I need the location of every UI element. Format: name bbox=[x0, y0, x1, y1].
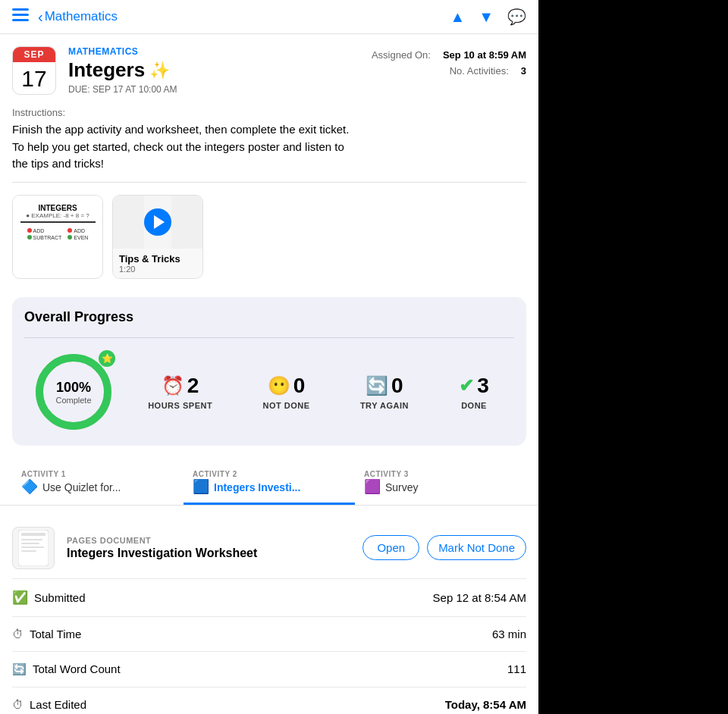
stats-grid: ⏰ 2 HOURS SPENT 😶 0 NOT DONE 🔄 0 bbox=[123, 374, 514, 410]
total-time-label: Total Time bbox=[30, 628, 81, 640]
no-activities-row: No. Activities: 3 bbox=[450, 65, 526, 77]
total-time-value: 63 min bbox=[492, 628, 526, 640]
back-button[interactable]: ‹ Mathematics bbox=[38, 8, 118, 26]
activity-name: Integers Investigation Worksheet bbox=[67, 546, 350, 560]
legend-add: ADD bbox=[27, 228, 62, 233]
play-triangle bbox=[154, 215, 165, 229]
tab-3-title: Survey bbox=[385, 481, 419, 493]
left-legend: ADD SUBTRACT bbox=[27, 228, 62, 240]
thumb-inner bbox=[13, 528, 54, 568]
word-count-icon: 🔄 bbox=[12, 662, 27, 676]
no-activities-value: 3 bbox=[521, 65, 526, 77]
mark-not-done-button[interactable]: Mark Not Done bbox=[427, 535, 526, 560]
top-nav: ‹ Mathematics ▲ ▼ 💬 bbox=[0, 0, 538, 34]
legend-sub-text: SUBTRACT bbox=[33, 235, 62, 240]
word-count-label: Total Word Count bbox=[33, 662, 121, 675]
chevron-down-icon[interactable]: ▼ bbox=[479, 8, 494, 26]
instructions-text: Finish the app activity and worksheet, t… bbox=[12, 121, 526, 173]
try-again-icon: 🔄 bbox=[366, 375, 388, 396]
not-done-label: NOT DONE bbox=[262, 401, 309, 410]
legend-add2-text: ADD bbox=[74, 228, 85, 233]
pages-doc-icon bbox=[18, 530, 49, 566]
number-line bbox=[20, 221, 96, 223]
circle-text: 100% Complete bbox=[55, 379, 91, 404]
assignment-meta: Assigned On: Sep 10 at 8:59 AM No. Activ… bbox=[372, 46, 526, 95]
tab-1-title: Use Quizlet for... bbox=[42, 481, 121, 493]
attachments-section: INTEGERS ● EXAMPLE: -8 + 8 = ? ADD SUBTR… bbox=[0, 183, 538, 291]
assignment-info: MATHEMATICS Integers ✨ DUE: SEP 17 AT 10… bbox=[68, 46, 359, 95]
tab-2-title: Integers Investi... bbox=[214, 481, 300, 493]
submitted-value: Sep 12 at 8:54 AM bbox=[433, 591, 526, 604]
poster-title: INTEGERS bbox=[38, 204, 77, 212]
done-label: DONE bbox=[461, 401, 487, 410]
chevron-up-icon[interactable]: ▲ bbox=[450, 8, 465, 26]
try-again-value-row: 🔄 0 bbox=[366, 374, 403, 398]
svg-rect-6 bbox=[21, 533, 46, 536]
stat-not-done: 😶 0 NOT DONE bbox=[262, 374, 309, 410]
open-button[interactable]: Open bbox=[362, 535, 419, 560]
svg-rect-7 bbox=[21, 539, 42, 540]
svg-rect-9 bbox=[21, 546, 44, 548]
stat-hours: ⏰ 2 HOURS SPENT bbox=[148, 374, 212, 410]
svg-rect-0 bbox=[12, 8, 29, 11]
poster-subtitle: ● EXAMPLE: -8 + 8 = ? bbox=[26, 212, 89, 219]
not-done-value: 0 bbox=[293, 374, 306, 398]
stat-try-again: 🔄 0 TRY AGAIN bbox=[360, 374, 409, 410]
activity-card: PAGES DOCUMENT Integers Investigation Wo… bbox=[12, 518, 526, 578]
legend-rows: ADD SUBTRACT ADD EVEN bbox=[27, 228, 89, 240]
video-preview bbox=[144, 196, 171, 249]
progress-section: Overall Progress 100% Complete ⭐ bbox=[12, 297, 526, 446]
legend-even: EVEN bbox=[67, 235, 88, 240]
tab-2-num: ACTIVITY 2 bbox=[193, 470, 346, 478]
circle-complete-label: Complete bbox=[55, 395, 91, 404]
star-badge-icon: ⭐ bbox=[99, 350, 115, 367]
video-meta: Tips & Tricks 1:20 bbox=[113, 249, 202, 278]
right-legend: ADD EVEN bbox=[67, 228, 88, 240]
last-edited-icon: ⏱ bbox=[12, 698, 24, 711]
activity-thumbnail bbox=[12, 527, 55, 569]
done-value: 3 bbox=[477, 374, 489, 398]
calendar-day: 17 bbox=[21, 62, 46, 92]
tab-2-icon: 🟦 bbox=[193, 478, 209, 495]
assigned-on-value: Sep 10 at 8:59 AM bbox=[443, 49, 526, 61]
attachment-video[interactable]: Tips & Tricks 1:20 bbox=[112, 195, 203, 279]
subject-label: MATHEMATICS bbox=[68, 46, 359, 57]
progress-circle: 100% Complete ⭐ bbox=[32, 350, 115, 434]
instructions-label: Instructions: bbox=[12, 107, 526, 118]
word-count-left: 🔄 Total Word Count bbox=[12, 662, 121, 676]
legend-add2: ADD bbox=[67, 228, 88, 233]
submitted-label: Submitted bbox=[34, 591, 86, 604]
hours-value: 2 bbox=[187, 374, 199, 398]
legend-add-text: ADD bbox=[33, 228, 45, 233]
comment-icon[interactable]: 💬 bbox=[507, 8, 526, 26]
last-edited-label: Last Edited bbox=[30, 698, 86, 711]
attachment-poster[interactable]: INTEGERS ● EXAMPLE: -8 + 8 = ? ADD SUBTR… bbox=[12, 195, 103, 279]
sparkle-icon: ✨ bbox=[149, 61, 170, 80]
due-date: DUE: SEP 17 AT 10:00 AM bbox=[68, 84, 359, 95]
sidebar-toggle-button[interactable] bbox=[12, 8, 29, 25]
assignment-header: SEP 17 MATHEMATICS Integers ✨ DUE: SEP 1… bbox=[0, 34, 538, 101]
main-panel: ‹ Mathematics ▲ ▼ 💬 SEP 17 MATHEMATICS I… bbox=[0, 0, 538, 714]
tab-activity-2[interactable]: ACTIVITY 2 🟦 Integers Investi... bbox=[184, 464, 355, 505]
stat-done: ✔ 3 DONE bbox=[459, 374, 489, 410]
tab-3-header: 🟪 Survey bbox=[364, 478, 517, 495]
chevron-left-icon: ‹ bbox=[38, 8, 43, 26]
last-edited-row: ⏱ Last Edited Today, 8:54 AM bbox=[12, 687, 526, 715]
tabs-row: ACTIVITY 1 🔷 Use Quizlet for... ACTIVITY… bbox=[12, 464, 526, 505]
poster-thumbnail: INTEGERS ● EXAMPLE: -8 + 8 = ? ADD SUBTR… bbox=[13, 196, 102, 249]
not-done-value-row: 😶 0 bbox=[268, 374, 306, 398]
legend-subtract: SUBTRACT bbox=[27, 235, 62, 240]
video-thumbnail bbox=[113, 196, 202, 249]
back-label: Mathematics bbox=[45, 9, 118, 24]
done-value-row: ✔ 3 bbox=[459, 374, 489, 398]
tab-activity-3[interactable]: ACTIVITY 3 🟪 Survey bbox=[355, 464, 526, 505]
tab-3-num: ACTIVITY 3 bbox=[364, 470, 517, 478]
svg-rect-8 bbox=[21, 543, 39, 544]
title-text: Integers bbox=[68, 58, 145, 82]
progress-divider bbox=[24, 337, 514, 338]
tab-activity-1[interactable]: ACTIVITY 1 🔷 Use Quizlet for... bbox=[12, 464, 184, 505]
instructions-section: Instructions: Finish the app activity an… bbox=[0, 101, 538, 182]
tab-1-icon: 🔷 bbox=[21, 478, 38, 495]
total-time-row: ⏱ Total Time 63 min bbox=[12, 617, 526, 651]
video-name: Tips & Tricks bbox=[119, 253, 196, 265]
